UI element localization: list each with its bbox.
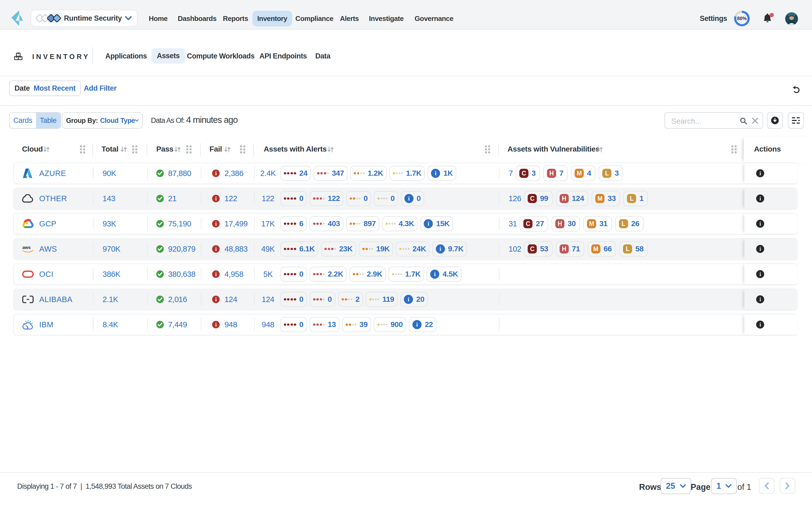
svg-text:aws: aws bbox=[22, 245, 31, 250]
